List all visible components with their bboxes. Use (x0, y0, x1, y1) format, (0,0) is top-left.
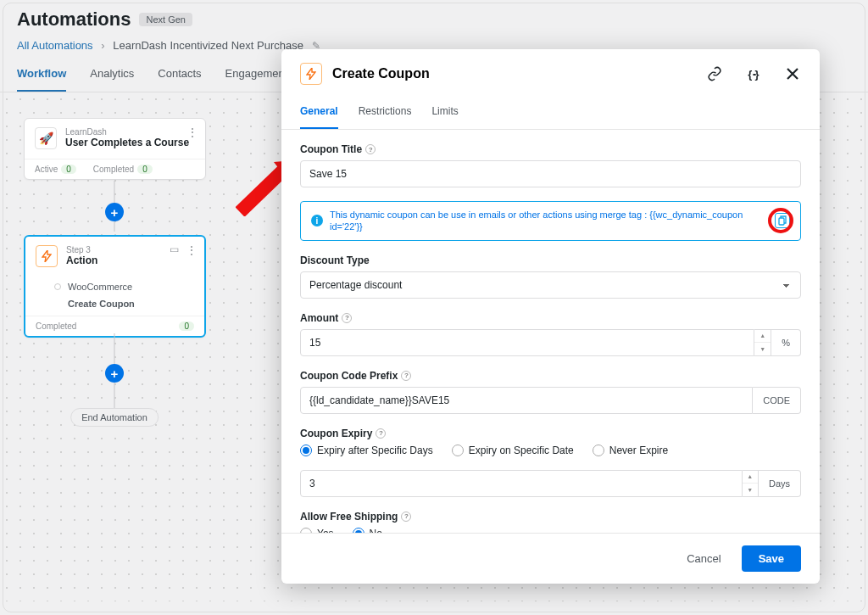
breadcrumb-current: LearnDash Incentivized Next Purchase (113, 39, 303, 52)
coupon-title-input[interactable] (300, 160, 801, 187)
prefix-label: Coupon Code Prefix? (300, 370, 801, 382)
coupon-title-label: Coupon Title? (300, 143, 801, 155)
node-title: User Completes a Course (65, 137, 189, 150)
node-sub-title: Create Coupon (68, 299, 135, 309)
amount-unit: % (771, 329, 801, 356)
tab-workflow[interactable]: Workflow (17, 67, 66, 92)
end-automation-pill: End Automation (70, 408, 159, 427)
amount-input[interactable] (300, 329, 754, 356)
help-icon[interactable]: ? (342, 313, 352, 323)
node-footer-val: 0 (179, 321, 194, 331)
amount-label: Amount? (300, 312, 801, 324)
tab-restrictions[interactable]: Restrictions (359, 98, 412, 129)
lightning-icon (300, 63, 322, 85)
node-step: Step 3 (66, 245, 97, 254)
info-text: This dynamic coupon can be use in emails… (330, 209, 768, 233)
expiry-days-input[interactable] (300, 470, 743, 497)
tab-contacts[interactable]: Contacts (158, 67, 201, 92)
help-icon[interactable]: ? (376, 428, 386, 439)
prefix-input[interactable] (300, 387, 753, 414)
discount-type-select[interactable]: Percentage discount (300, 271, 801, 299)
comment-icon[interactable]: ▭ (170, 243, 179, 255)
tab-general[interactable]: General (300, 98, 338, 129)
lightning-icon (36, 245, 58, 267)
close-icon[interactable] (784, 65, 801, 82)
modal-header: Create Coupon {··} (281, 49, 820, 98)
kebab-icon[interactable]: ⋮ (186, 243, 198, 257)
node-stat-active-label: Active (35, 165, 58, 174)
merge-tag-icon[interactable]: {··} (745, 65, 762, 82)
expiry-opt-days[interactable]: Expiry after Specific Days (300, 444, 433, 456)
kebab-icon[interactable]: ⋮ (186, 126, 198, 139)
add-step-button[interactable]: + (105, 203, 124, 221)
prefix-addon: CODE (753, 387, 801, 414)
cancel-button[interactable]: Cancel (676, 545, 731, 572)
dot-icon (54, 283, 61, 290)
number-stepper[interactable]: ▲▼ (754, 329, 771, 356)
discount-type-label: Discount Type (300, 254, 801, 266)
freeship-label: Allow Free Shipping? (300, 511, 801, 523)
modal-title: Create Coupon (332, 66, 684, 81)
badge-nextgen: Next Gen (139, 13, 192, 26)
chevron-up-icon: ▲ (743, 471, 758, 484)
modal-footer: Cancel Save (281, 533, 820, 584)
add-step-button[interactable]: + (105, 364, 124, 383)
svg-rect-0 (779, 218, 784, 225)
node-sub-vendor: WooCommerce (68, 282, 132, 292)
chevron-down-icon: ▼ (754, 343, 771, 355)
breadcrumb-root[interactable]: All Automations (17, 39, 93, 52)
save-button[interactable]: Save (742, 545, 801, 572)
number-stepper[interactable]: ▲▼ (743, 470, 759, 497)
tab-analytics[interactable]: Analytics (90, 67, 134, 92)
node-action[interactable]: Step 3 Action ▭ ⋮ WooCommerce Create Cou… (24, 235, 206, 338)
expiry-label: Coupon Expiry? (300, 428, 801, 439)
link-icon[interactable] (706, 65, 723, 82)
create-coupon-modal: Create Coupon {··} General Restrictions … (281, 49, 820, 584)
modal-body: Coupon Title? i This dynamic coupon can … (281, 130, 820, 533)
node-trigger[interactable]: 🚀 LearnDash User Completes a Course ⋮ Ac… (24, 118, 206, 180)
node-stat-completed-val: 0 (137, 165, 153, 174)
node-action-title: Action (66, 254, 97, 268)
chevron-down-icon: ▼ (743, 484, 758, 496)
help-icon[interactable]: ? (401, 371, 411, 381)
expiry-opt-date[interactable]: Expiry on Specific Date (452, 444, 574, 456)
rocket-icon: 🚀 (35, 127, 57, 149)
info-icon: i (311, 215, 323, 226)
info-banner: i This dynamic coupon can be use in emai… (300, 201, 801, 241)
chevron-up-icon: ▲ (754, 330, 771, 344)
node-vendor: LearnDash (65, 127, 189, 137)
help-icon[interactable]: ? (401, 512, 411, 522)
chevron-right-icon: › (101, 39, 104, 52)
tab-limits[interactable]: Limits (431, 98, 458, 129)
page-title: Automations (17, 8, 131, 31)
node-footer-label: Completed (36, 321, 76, 331)
expiry-opt-never[interactable]: Never Expire (593, 444, 668, 456)
node-stat-active-val: 0 (61, 165, 76, 174)
connector-line (114, 383, 115, 408)
page-header: Automations Next Gen All Automations › L… (0, 0, 868, 52)
help-icon[interactable]: ? (365, 144, 376, 154)
modal-tabs: General Restrictions Limits (281, 98, 820, 130)
node-stat-completed-label: Completed (93, 165, 134, 174)
copy-icon[interactable] (775, 213, 790, 228)
expiry-days-unit: Days (759, 470, 801, 497)
